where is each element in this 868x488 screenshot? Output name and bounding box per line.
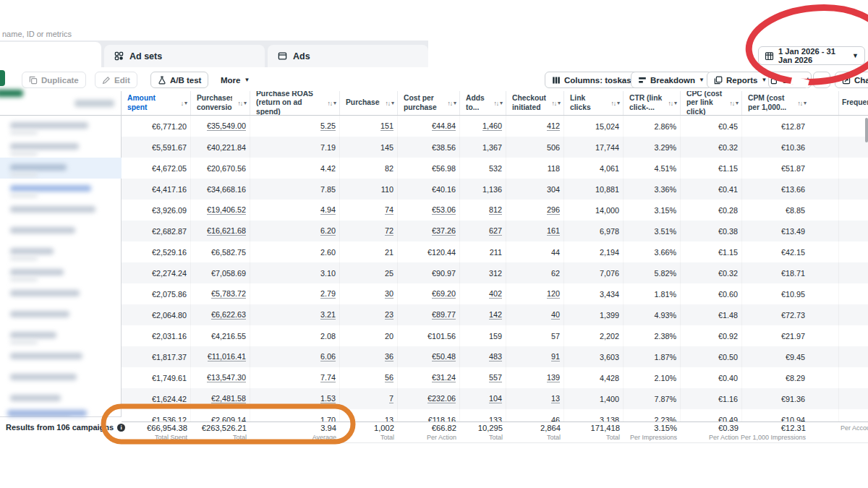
blurred-campaign-name[interactable] <box>10 227 75 234</box>
metric-value-link[interactable]: €16,621.68 <box>207 226 246 236</box>
column-header-1[interactable]: Amount spent↓▾ <box>122 91 191 115</box>
column-header-5[interactable]: Cost per purchase↑↓▾ <box>398 91 460 115</box>
date-range-button[interactable]: 1 Jan 2026 - 31 Jan 2026 ▼ <box>758 46 865 65</box>
metric-value-link[interactable]: €69.20 <box>432 289 456 299</box>
metric-value-link[interactable]: €37.26 <box>432 226 456 236</box>
metric-value-link[interactable]: 3.21 <box>320 310 336 320</box>
metric-value-link[interactable]: €11,016.41 <box>208 352 246 361</box>
metric-value-link[interactable]: €44.84 <box>432 121 456 131</box>
metric-value-link[interactable]: 120 <box>547 289 560 299</box>
duplicate-button[interactable]: Duplicate <box>22 72 86 88</box>
sort-icons[interactable]: ↑↓▾ <box>237 99 247 106</box>
metric-value-link[interactable]: 6.20 <box>320 226 336 236</box>
blurred-campaign-name[interactable] <box>10 269 64 275</box>
sort-icons[interactable]: ↑↓▾ <box>551 99 561 106</box>
tab-ad-sets[interactable]: Ad sets <box>104 45 265 67</box>
metric-value-link[interactable]: 296 <box>547 205 560 215</box>
blurred-campaign-name[interactable] <box>10 122 88 129</box>
metric-value-link[interactable]: 72 <box>385 226 393 236</box>
blurred-campaign-name[interactable] <box>10 290 80 296</box>
metric-value-link[interactable]: 7.74 <box>320 373 336 382</box>
column-header-3[interactable]: Purchase ROAS (return on ad spend)↑↓▾ <box>250 91 340 115</box>
sort-icons[interactable]: ↑↓▾ <box>797 99 807 106</box>
metric-value-link[interactable]: 161 <box>547 226 560 236</box>
metric-value-link[interactable]: 6.06 <box>320 352 336 361</box>
sort-icons[interactable]: ↑↓▾ <box>447 99 456 106</box>
metric-value-link[interactable]: 151 <box>380 121 393 131</box>
edit-button[interactable]: Edit <box>95 72 137 88</box>
column-header-10[interactable]: CPC (cost per link click)↑↓▾ <box>681 91 742 115</box>
tab-ads[interactable]: Ads <box>268 45 428 67</box>
sort-icons[interactable]: ↑↓▾ <box>327 99 336 106</box>
info-icon[interactable]: i <box>117 424 125 432</box>
sort-icons[interactable]: ↑↓▾ <box>493 99 503 106</box>
column-header-12[interactable]: Frequency <box>839 91 868 115</box>
metric-value-link[interactable]: 402 <box>489 289 502 299</box>
metric-value-link[interactable]: €6,622.63 <box>211 310 246 320</box>
metric-value-link[interactable]: €50.48 <box>432 352 456 361</box>
blurred-campaign-name[interactable] <box>10 164 67 171</box>
metric-value-link[interactable]: 412 <box>547 121 560 131</box>
metric-value-link[interactable]: €13,547.30 <box>207 373 246 382</box>
column-header-2[interactable]: Purchases conversio...↑↓▾ <box>191 91 250 115</box>
metric-value-link[interactable]: 1.53 <box>320 394 336 403</box>
blurred-campaign-name[interactable] <box>10 395 61 401</box>
column-header-9[interactable]: CTR (link click-...↑↓▾ <box>624 91 681 115</box>
create-button-edge[interactable] <box>0 70 5 86</box>
metric-value-link[interactable]: €5,783.72 <box>211 289 246 299</box>
blurred-campaign-name[interactable] <box>10 353 82 359</box>
blurred-campaign-name[interactable] <box>10 248 54 254</box>
metric-value-link[interactable]: €232.06 <box>427 394 456 403</box>
metric-value-link[interactable]: 104 <box>489 394 502 403</box>
metric-value-link[interactable]: 139 <box>547 373 560 382</box>
charts-button[interactable]: Charts <box>835 72 868 88</box>
search-placeholder-text[interactable]: name, ID or metrics <box>2 30 72 38</box>
reports-button[interactable]: Reports ▼ <box>707 72 774 88</box>
sort-icons[interactable]: ↑↓▾ <box>610 99 620 106</box>
column-header-8[interactable]: Link clicks↑↓▾ <box>564 91 624 115</box>
metric-value-link[interactable]: 5.25 <box>320 121 336 131</box>
metric-value-link[interactable]: 627 <box>489 226 502 236</box>
metric-value-link[interactable]: 4.94 <box>320 205 336 215</box>
export-button[interactable]: Export <box>768 72 812 88</box>
metric-value-link[interactable]: 30 <box>385 289 393 299</box>
sort-icons[interactable]: ↑↓▾ <box>729 99 739 106</box>
sort-icons[interactable]: ↑↓▾ <box>385 99 394 106</box>
metric-value-link[interactable]: €35,549.00 <box>207 121 246 131</box>
column-header-11[interactable]: CPM (cost per 1,000...↑↓▾ <box>742 91 839 115</box>
blurred-campaign-name[interactable] <box>10 332 56 338</box>
campaign-name-header[interactable] <box>0 91 121 116</box>
blurred-campaign-name[interactable] <box>10 206 95 213</box>
vertical-scrollbar-thumb[interactable] <box>865 118 868 142</box>
metric-value-link[interactable]: €31.24 <box>432 373 456 382</box>
blurred-campaign-name[interactable] <box>10 374 77 380</box>
blurred-campaign-name[interactable] <box>10 143 79 150</box>
metric-value-link[interactable]: 56 <box>385 373 393 382</box>
blurred-campaign-name[interactable] <box>10 185 91 192</box>
metric-value-link[interactable]: €53.06 <box>432 205 456 215</box>
metric-value-link[interactable]: 36 <box>385 352 393 361</box>
blurred-campaign-name[interactable] <box>10 311 69 317</box>
metric-value-link[interactable]: 40 <box>551 310 560 320</box>
breakdown-button[interactable]: Breakdown ▼ <box>631 72 712 88</box>
column-header-4[interactable]: Purchases↑↓▾ <box>340 91 398 115</box>
sort-icons[interactable]: ↓▾ <box>181 99 187 106</box>
metric-value-link[interactable]: 2.79 <box>320 289 336 299</box>
metric-value-link[interactable]: 7 <box>389 394 393 403</box>
more-button[interactable]: More ▼ <box>213 72 257 88</box>
metric-value-link[interactable]: €89.77 <box>432 310 456 320</box>
column-header-7[interactable]: Checkouts initiated↑↓▾ <box>506 91 564 115</box>
column-header-6[interactable]: Adds to...↑↓▾ <box>460 91 506 115</box>
export-dropdown-button[interactable]: ▼ <box>813 72 830 88</box>
metric-value-link[interactable]: 91 <box>551 352 560 361</box>
metric-value-link[interactable]: 1,460 <box>482 121 502 131</box>
metric-value-link[interactable]: 13 <box>551 394 560 403</box>
ab-test-button[interactable]: A/B test <box>150 72 208 88</box>
metric-value-link[interactable]: 23 <box>385 310 393 320</box>
sort-icons[interactable]: ↑↓▾ <box>668 99 677 106</box>
metric-value-link[interactable]: €19,406.52 <box>207 205 246 215</box>
metric-value-link[interactable]: 483 <box>489 352 502 361</box>
tab-campaigns[interactable] <box>0 42 101 67</box>
metric-value-link[interactable]: 812 <box>489 205 502 215</box>
metric-value-link[interactable]: 557 <box>489 373 502 382</box>
